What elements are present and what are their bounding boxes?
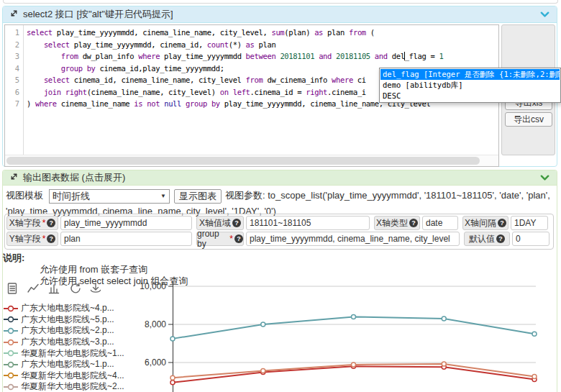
hint-item[interactable]: del_flag [Integer 是否删除 {1:未删除,2:删除 [380,69,560,80]
legend-item[interactable]: 华夏新华大地电影院线~4... [3,370,124,382]
help-icon[interactable]: ? [409,219,418,227]
line-number: 7 [5,98,23,110]
chevron-down-icon[interactable] [539,10,550,19]
legend-marker-icon [3,315,19,324]
editor-gutter: 1234567 [5,25,24,155]
param-row: X轴字段*?play_time_yyyymmddX轴值域?181101~1811… [6,216,552,230]
scrollbar-thumb[interactable] [6,157,480,165]
param-input[interactable]: plan [60,232,192,246]
line-number: 5 [5,74,23,86]
legend-label: 华夏新华大地电影院线~4... [21,370,124,382]
chart-toolbox [6,282,102,295]
param-label: X轴间隔? [462,216,508,230]
output-panel-title: 输出图表数据 (点击展开) [23,171,125,184]
help-icon[interactable]: ? [496,234,505,243]
required-asterisk: * [42,234,46,244]
legend-label: 华夏新华大地电影院线~1... [21,347,124,360]
collapse-icon [9,172,19,183]
code-line: select play_time_yyyymmdd, cinema_id, co… [27,39,498,51]
legend-item[interactable]: 广东大地电影院线~5.p... [3,314,124,326]
param-input[interactable]: play_time_yyyymmdd, cinema_line_name, ci… [246,232,460,246]
legend-item[interactable]: 广东大地电影院线~2.p... [3,325,124,337]
data-view-icon[interactable] [6,282,19,295]
line-number: 2 [5,39,23,51]
legend-item[interactable]: 广东大地电影院线~4.p... [3,303,124,314]
help-icon[interactable]: ? [47,234,55,243]
param-label: Y轴字段*? [6,232,58,246]
legend-marker-icon [3,383,19,391]
show-chart-button[interactable]: 显示图表 [174,189,222,204]
param-label: 默认值? [464,232,510,246]
legend-item[interactable]: 广东大地电影院线~3.p... [3,337,124,348]
help-icon[interactable]: ? [498,219,506,227]
editor-horizontal-scrollbar[interactable] [5,155,498,166]
legend-item[interactable]: 广东大地电影院线~1.p... [3,359,124,370]
select-caret-icon: ▼ [160,190,166,203]
required-asterisk: * [229,234,233,244]
legend-label: 华夏新华大地电影院线~2... [21,380,124,392]
param-input[interactable]: 181101~181105 [246,216,370,230]
collapse-icon [9,9,19,20]
legend-marker-icon [3,304,19,313]
line-number: 6 [5,86,23,99]
help-icon[interactable]: ? [232,219,241,227]
output-panel-header[interactable]: 输出图表数据 (点击展开) [3,170,557,186]
bar-chart-icon[interactable] [47,282,60,295]
legend-marker-icon [3,327,19,335]
param-label: X轴类型? [374,216,420,230]
param-input[interactable]: 1DAY [511,216,548,230]
autocomplete-popup: del_flag [Integer 是否删除 {1:未删除,2:删除demo [… [379,68,561,103]
line-number: 3 [5,50,23,63]
axis-params-box: X轴字段*?play_time_yyyymmddX轴值域?181101~1811… [4,214,554,250]
legend-item[interactable]: 华夏新华大地电影院线~1... [3,347,124,359]
legend-label: 广东大地电影院线~3.p... [21,336,114,348]
collapsed-panel-edge [3,0,558,4]
code-line: from dw_plan_info where play_time_yyyymm… [27,50,498,63]
param-row: Y轴字段*?plangroup by*?play_time_yyyymmdd, … [6,232,552,246]
legend-label: 广东大地电影院线~5.p... [21,314,114,326]
sql-panel-header[interactable]: select2 接口 [按"alt"键开启代码提示] [3,6,557,23]
sql-panel-title: select2 接口 [按"alt"键开启代码提示] [23,8,173,21]
help-icon[interactable]: ? [234,234,243,243]
code-line: select play_time_yyyymmdd, cinema_line_n… [27,27,498,39]
legend-label: 广东大地电影院线~2.p... [21,324,114,337]
view-params-label: 视图参数: [225,190,265,201]
chevron-down-icon[interactable] [539,173,550,183]
hint-item[interactable]: DESC [380,91,560,101]
legend-item[interactable]: 华夏新华大地电影院线~2... [3,381,124,392]
legend-label: 广东大地电影院线~4.p... [21,302,114,314]
legend-marker-icon [3,371,19,380]
view-template-select[interactable]: 时间折线▼ [49,189,170,204]
notes-title: 说明: [3,252,188,264]
line-chart-icon[interactable] [27,282,40,295]
param-label: group by*? [196,232,244,246]
legend-marker-icon [3,360,19,369]
legend-marker-icon [3,338,19,347]
legend-label: 广东大地电影院线~1.p... [21,358,114,370]
notes-line: 允许使用 from 嵌套子查询 [40,264,188,275]
chart-legend: 广东大地电影院线~4.p...广东大地电影院线~5.p...广东大地电影院线~2… [3,303,124,392]
param-label: X轴字段*? [6,216,58,230]
param-input[interactable]: date [422,216,458,230]
required-asterisk: * [42,218,46,228]
restore-icon[interactable] [68,282,81,295]
help-icon[interactable]: ? [47,219,55,227]
param-input[interactable]: play_time_yyyymmdd [60,216,192,230]
app: select2 接口 [按"alt"键开启代码提示] 1234567 selec… [0,0,561,392]
legend-marker-icon [3,349,19,357]
param-input[interactable]: 0 [512,232,549,246]
download-icon[interactable] [89,282,102,295]
view-template-selected-value: 时间折线 [53,191,90,201]
line-number: 4 [5,63,23,75]
hint-item[interactable]: demo [abilitydb库] [380,80,560,91]
export-csv-button[interactable]: 导出csv [505,112,552,127]
view-template-label: 视图模板 [6,190,43,201]
line-number: 1 [5,27,23,39]
param-label: X轴值域? [196,216,244,230]
